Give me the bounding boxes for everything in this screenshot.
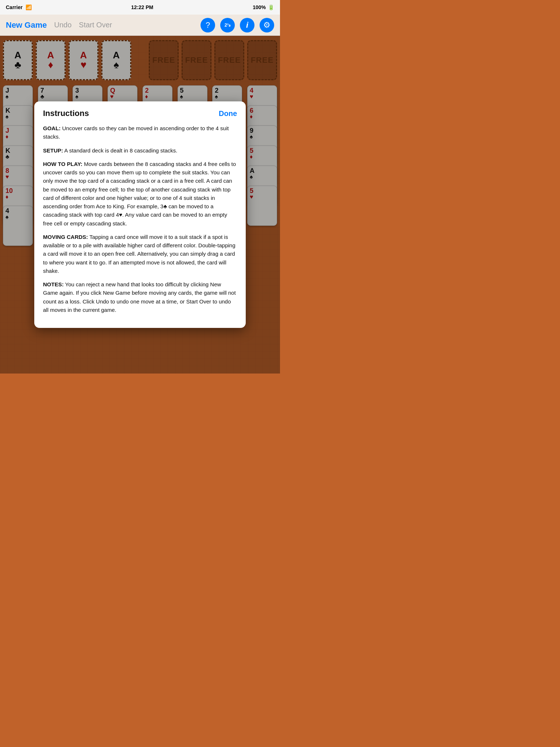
goal-label: GOAL:	[43, 125, 61, 131]
modal-movingcards: MOVING CARDS: Tapping a card once will m…	[43, 233, 237, 275]
modal-notes: NOTES: You can reject a new hand that lo…	[43, 280, 237, 314]
nav-right: ? 2¹₃ i ⚙	[201, 18, 274, 32]
modal-howtoplay: HOW TO PLAY: Move cards between the 8 ca…	[43, 160, 237, 228]
nav-left: New Game Undo Start Over	[6, 20, 112, 30]
undo-button[interactable]: Undo	[54, 21, 72, 29]
help-button[interactable]: ?	[201, 18, 215, 32]
status-left: Carrier 📶	[6, 4, 32, 10]
goal-text: Uncover cards so they can be moved in as…	[43, 125, 229, 140]
wifi-icon: 📶	[26, 4, 32, 10]
settings-button[interactable]: ⚙	[260, 18, 274, 32]
instructions-modal: Instructions Done GOAL: Uncover cards so…	[34, 101, 246, 328]
modal-overlay: Instructions Done GOAL: Uncover cards so…	[0, 36, 280, 374]
modal-title: Instructions	[43, 109, 89, 118]
nav-bar: New Game Undo Start Over ? 2¹₃ i ⚙	[0, 15, 280, 36]
modal-header: Instructions Done	[43, 109, 237, 118]
new-game-button[interactable]: New Game	[6, 20, 47, 30]
carrier-label: Carrier	[6, 4, 23, 10]
score-button[interactable]: 2¹₃	[220, 18, 235, 32]
modal-goal: GOAL: Uncover cards so they can be moved…	[43, 124, 237, 141]
modal-setup: SETUP: A standard deck is dealt in 8 cas…	[43, 146, 237, 155]
status-bar: Carrier 📶 12:22 PM 100% 🔋	[0, 0, 280, 15]
modal-body: GOAL: Uncover cards so they can be moved…	[43, 124, 237, 314]
start-over-button[interactable]: Start Over	[79, 21, 112, 29]
setup-label: SETUP:	[43, 147, 63, 154]
setup-text: A standard deck is dealt in 8 cascading …	[64, 147, 177, 154]
notes-text: You can reject a new hand that looks too…	[43, 281, 236, 313]
battery-icon: 🔋	[268, 4, 274, 10]
status-time: 12:22 PM	[131, 4, 153, 10]
battery-label: 100%	[253, 4, 266, 10]
howtoplay-label: HOW TO PLAY:	[43, 161, 82, 167]
movingcards-label: MOVING CARDS:	[43, 234, 88, 240]
status-right: 100% 🔋	[253, 4, 274, 10]
modal-done-button[interactable]: Done	[219, 109, 237, 118]
info-button[interactable]: i	[240, 18, 254, 32]
howtoplay-text: Move cards between the 8 cascading stack…	[43, 161, 236, 227]
game-area: A ♣ A ♦ A ♥ A ♠ FREE FREE	[0, 36, 280, 374]
notes-label: NOTES:	[43, 281, 64, 287]
